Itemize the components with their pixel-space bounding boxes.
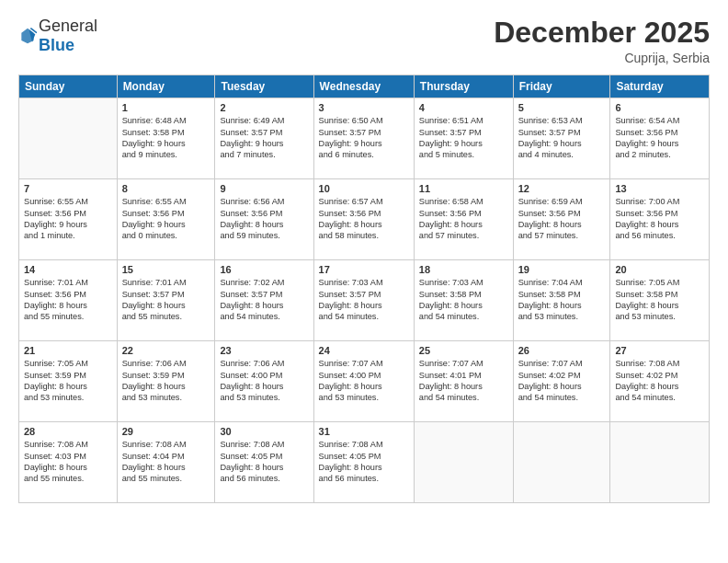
- table-row: 4Sunrise: 6:51 AM Sunset: 3:57 PM Daylig…: [414, 98, 513, 179]
- day-info: Sunrise: 6:48 AM Sunset: 3:58 PM Dayligh…: [122, 115, 210, 161]
- day-number: 9: [220, 183, 308, 194]
- day-info: Sunrise: 7:03 AM Sunset: 3:57 PM Dayligh…: [319, 277, 409, 323]
- table-row: [19, 98, 118, 179]
- day-number: 28: [24, 426, 112, 437]
- day-number: 23: [220, 345, 308, 356]
- day-number: 10: [319, 183, 409, 194]
- table-row: 15Sunrise: 7:01 AM Sunset: 3:57 PM Dayli…: [117, 260, 215, 341]
- calendar-table: Sunday Monday Tuesday Wednesday Thursday…: [18, 75, 710, 503]
- day-info: Sunrise: 7:01 AM Sunset: 3:57 PM Dayligh…: [122, 277, 210, 323]
- col-thursday: Thursday: [414, 75, 513, 98]
- day-number: 27: [615, 345, 704, 356]
- day-number: 6: [615, 102, 704, 113]
- table-row: 7Sunrise: 6:55 AM Sunset: 3:56 PM Daylig…: [19, 179, 118, 260]
- day-number: 5: [518, 102, 606, 113]
- table-row: [414, 422, 513, 503]
- table-row: 9Sunrise: 6:56 AM Sunset: 3:56 PM Daylig…: [215, 179, 313, 260]
- calendar-week-row: 28Sunrise: 7:08 AM Sunset: 4:03 PM Dayli…: [19, 422, 710, 503]
- day-info: Sunrise: 7:08 AM Sunset: 4:05 PM Dayligh…: [319, 439, 409, 485]
- table-row: 13Sunrise: 7:00 AM Sunset: 3:56 PM Dayli…: [610, 179, 710, 260]
- logo-text: General Blue: [39, 17, 97, 55]
- day-info: Sunrise: 7:01 AM Sunset: 3:56 PM Dayligh…: [24, 277, 112, 323]
- title-area: December 2025 Cuprija, Serbia: [494, 17, 710, 65]
- day-info: Sunrise: 7:07 AM Sunset: 4:01 PM Dayligh…: [419, 358, 508, 404]
- day-info: Sunrise: 6:55 AM Sunset: 3:56 PM Dayligh…: [24, 196, 112, 242]
- day-number: 24: [319, 345, 409, 356]
- table-row: 22Sunrise: 7:06 AM Sunset: 3:59 PM Dayli…: [117, 341, 215, 422]
- col-tuesday: Tuesday: [215, 75, 313, 98]
- day-info: Sunrise: 6:49 AM Sunset: 3:57 PM Dayligh…: [220, 115, 308, 161]
- day-info: Sunrise: 6:53 AM Sunset: 3:57 PM Dayligh…: [518, 115, 606, 161]
- calendar-week-row: 14Sunrise: 7:01 AM Sunset: 3:56 PM Dayli…: [19, 260, 710, 341]
- table-row: 2Sunrise: 6:49 AM Sunset: 3:57 PM Daylig…: [215, 98, 313, 179]
- day-info: Sunrise: 7:05 AM Sunset: 3:58 PM Dayligh…: [615, 277, 704, 323]
- day-number: 8: [122, 183, 210, 194]
- table-row: 28Sunrise: 7:08 AM Sunset: 4:03 PM Dayli…: [19, 422, 118, 503]
- day-info: Sunrise: 6:55 AM Sunset: 3:56 PM Dayligh…: [122, 196, 210, 242]
- day-info: Sunrise: 7:02 AM Sunset: 3:57 PM Dayligh…: [220, 277, 308, 323]
- table-row: 18Sunrise: 7:03 AM Sunset: 3:58 PM Dayli…: [414, 260, 513, 341]
- page: General Blue December 2025 Cuprija, Serb…: [0, 0, 728, 563]
- day-number: 31: [319, 426, 409, 437]
- day-info: Sunrise: 7:08 AM Sunset: 4:02 PM Dayligh…: [615, 358, 704, 404]
- day-number: 26: [518, 345, 606, 356]
- day-info: Sunrise: 7:08 AM Sunset: 4:05 PM Dayligh…: [220, 439, 308, 485]
- table-row: 23Sunrise: 7:06 AM Sunset: 4:00 PM Dayli…: [215, 341, 313, 422]
- day-number: 3: [319, 102, 409, 113]
- table-row: 14Sunrise: 7:01 AM Sunset: 3:56 PM Dayli…: [19, 260, 118, 341]
- col-saturday: Saturday: [610, 75, 710, 98]
- day-number: 14: [24, 264, 112, 275]
- day-info: Sunrise: 7:08 AM Sunset: 4:04 PM Dayligh…: [122, 439, 210, 485]
- table-row: 30Sunrise: 7:08 AM Sunset: 4:05 PM Dayli…: [215, 422, 313, 503]
- table-row: [610, 422, 710, 503]
- day-info: Sunrise: 7:08 AM Sunset: 4:03 PM Dayligh…: [24, 439, 112, 485]
- calendar-header-row: Sunday Monday Tuesday Wednesday Thursday…: [19, 75, 710, 98]
- table-row: 10Sunrise: 6:57 AM Sunset: 3:56 PM Dayli…: [313, 179, 414, 260]
- calendar-week-row: 7Sunrise: 6:55 AM Sunset: 3:56 PM Daylig…: [19, 179, 710, 260]
- logo-icon: [18, 27, 37, 45]
- table-row: 26Sunrise: 7:07 AM Sunset: 4:02 PM Dayli…: [513, 341, 610, 422]
- day-info: Sunrise: 7:06 AM Sunset: 4:00 PM Dayligh…: [220, 358, 308, 404]
- table-row: 1Sunrise: 6:48 AM Sunset: 3:58 PM Daylig…: [117, 98, 215, 179]
- day-info: Sunrise: 6:57 AM Sunset: 3:56 PM Dayligh…: [319, 196, 409, 242]
- month-year: December 2025: [494, 17, 710, 49]
- day-number: 21: [24, 345, 112, 356]
- table-row: 16Sunrise: 7:02 AM Sunset: 3:57 PM Dayli…: [215, 260, 313, 341]
- day-number: 29: [122, 426, 210, 437]
- day-number: 13: [615, 183, 704, 194]
- day-number: 30: [220, 426, 308, 437]
- table-row: 25Sunrise: 7:07 AM Sunset: 4:01 PM Dayli…: [414, 341, 513, 422]
- day-number: 7: [24, 183, 112, 194]
- day-info: Sunrise: 6:50 AM Sunset: 3:57 PM Dayligh…: [319, 115, 409, 161]
- day-number: 17: [319, 264, 409, 275]
- table-row: 21Sunrise: 7:05 AM Sunset: 3:59 PM Dayli…: [19, 341, 118, 422]
- day-number: 25: [419, 345, 508, 356]
- table-row: 6Sunrise: 6:54 AM Sunset: 3:56 PM Daylig…: [610, 98, 710, 179]
- day-number: 11: [419, 183, 508, 194]
- calendar-week-row: 1Sunrise: 6:48 AM Sunset: 3:58 PM Daylig…: [19, 98, 710, 179]
- day-info: Sunrise: 6:58 AM Sunset: 3:56 PM Dayligh…: [419, 196, 508, 242]
- table-row: 5Sunrise: 6:53 AM Sunset: 3:57 PM Daylig…: [513, 98, 610, 179]
- day-number: 20: [615, 264, 704, 275]
- table-row: 20Sunrise: 7:05 AM Sunset: 3:58 PM Dayli…: [610, 260, 710, 341]
- day-info: Sunrise: 6:56 AM Sunset: 3:56 PM Dayligh…: [220, 196, 308, 242]
- logo-general: General: [39, 17, 97, 35]
- day-info: Sunrise: 6:51 AM Sunset: 3:57 PM Dayligh…: [419, 115, 508, 161]
- day-info: Sunrise: 6:59 AM Sunset: 3:56 PM Dayligh…: [518, 196, 606, 242]
- day-info: Sunrise: 7:05 AM Sunset: 3:59 PM Dayligh…: [24, 358, 112, 404]
- table-row: 3Sunrise: 6:50 AM Sunset: 3:57 PM Daylig…: [313, 98, 414, 179]
- table-row: 19Sunrise: 7:04 AM Sunset: 3:58 PM Dayli…: [513, 260, 610, 341]
- col-sunday: Sunday: [19, 75, 118, 98]
- table-row: 11Sunrise: 6:58 AM Sunset: 3:56 PM Dayli…: [414, 179, 513, 260]
- day-number: 1: [122, 102, 210, 113]
- col-monday: Monday: [117, 75, 215, 98]
- day-number: 18: [419, 264, 508, 275]
- day-number: 22: [122, 345, 210, 356]
- table-row: 31Sunrise: 7:08 AM Sunset: 4:05 PM Dayli…: [313, 422, 414, 503]
- location: Cuprija, Serbia: [494, 51, 710, 65]
- day-number: 2: [220, 102, 308, 113]
- calendar-week-row: 21Sunrise: 7:05 AM Sunset: 3:59 PM Dayli…: [19, 341, 710, 422]
- table-row: 8Sunrise: 6:55 AM Sunset: 3:56 PM Daylig…: [117, 179, 215, 260]
- day-info: Sunrise: 6:54 AM Sunset: 3:56 PM Dayligh…: [615, 115, 704, 161]
- table-row: [513, 422, 610, 503]
